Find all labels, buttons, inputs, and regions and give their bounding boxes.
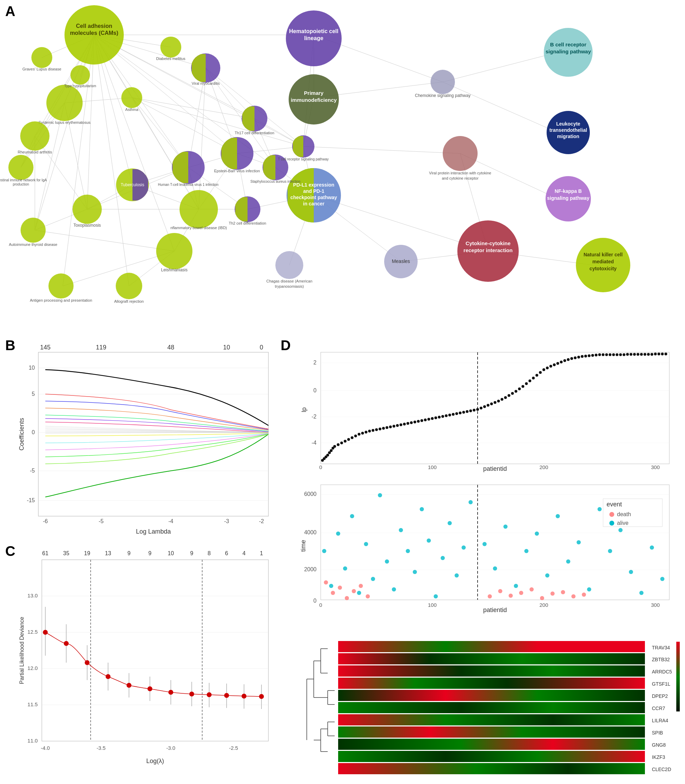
svg-rect-455 [338,678,645,689]
svg-point-343 [661,353,664,355]
svg-point-295 [493,401,497,404]
svg-point-316 [567,358,570,361]
node-viral-protein [443,136,477,171]
svg-rect-452 [338,641,645,652]
svg-point-303 [521,385,524,388]
svg-point-331 [619,353,622,356]
svg-text:trypanosomiasis): trypanosomiasis) [275,284,304,288]
svg-rect-226 [321,352,669,464]
svg-point-368 [336,532,340,536]
svg-text:100: 100 [428,464,437,470]
svg-point-261 [375,428,378,431]
svg-text:Viral protein interaction with: Viral protein interaction with cytokine [429,171,491,175]
svg-text:-3.0: -3.0 [166,745,175,751]
svg-point-251 [340,441,343,444]
network-graph: Cell adhesion molecules (CAMs) Hematopoi… [0,0,685,335]
svg-point-292 [483,405,486,408]
svg-rect-463 [676,642,680,711]
node-intestinal-immune [8,155,34,180]
svg-rect-460 [338,738,645,750]
svg-point-366 [322,549,326,553]
svg-point-338 [643,353,646,356]
svg-point-389 [331,591,335,595]
svg-text:NF-kappa B: NF-kappa B [555,188,582,194]
svg-point-418 [540,596,544,600]
svg-point-282 [448,414,451,416]
svg-rect-153 [38,352,268,516]
svg-text:10: 10 [168,550,174,556]
svg-text:signaling pathway: signaling pathway [547,195,589,201]
svg-point-395 [482,542,487,546]
svg-text:300: 300 [651,602,659,608]
svg-point-399 [524,549,529,553]
svg-text:0: 0 [319,464,322,470]
svg-point-266 [393,425,395,428]
svg-point-250 [337,443,339,446]
svg-point-329 [612,353,615,356]
svg-point-249 [333,445,336,448]
svg-point-334 [630,353,632,356]
svg-point-407 [608,549,612,553]
svg-point-328 [609,353,612,356]
svg-text:0: 0 [319,602,322,608]
svg-point-313 [556,362,559,365]
svg-text:patientid: patientid [483,607,507,613]
panel-b-chart: 145 119 48 10 0 10 5 0 -5 -15 -6 -5 -4 -… [18,342,275,537]
svg-text:Th2 cell differentiation: Th2 cell differentiation [229,221,266,225]
node-toxoplasmosis [73,195,102,224]
svg-point-283 [452,413,455,416]
svg-rect-461 [338,751,645,762]
svg-point-264 [386,426,388,429]
svg-text:lineage: lineage [304,35,323,41]
svg-point-409 [629,570,633,574]
svg-text:GNG8: GNG8 [652,742,666,748]
svg-text:13.0: 13.0 [28,592,37,599]
svg-rect-457 [338,702,645,713]
svg-point-387 [469,500,473,504]
svg-text:8: 8 [208,550,211,556]
svg-point-374 [378,493,382,497]
svg-point-311 [549,365,552,368]
svg-text:Epstein-Barr virus infection: Epstein-Barr virus infection [214,169,260,173]
svg-text:300: 300 [651,464,659,470]
svg-text:Toxoplasmosis: Toxoplasmosis [73,223,101,228]
svg-point-267 [396,424,399,427]
svg-point-300 [511,392,514,395]
svg-text:Log Lambda: Log Lambda [136,528,171,535]
svg-text:Tuberculosis: Tuberculosis [121,182,144,187]
svg-point-382 [433,594,438,599]
svg-text:6: 6 [225,550,228,556]
svg-point-386 [461,545,466,550]
svg-point-288 [469,410,472,412]
svg-point-285 [459,412,461,414]
node-chagas [275,251,303,279]
svg-text:lp: lp [300,407,307,412]
svg-text:200: 200 [539,464,548,470]
svg-text:100: 100 [428,602,437,608]
svg-point-299 [508,394,510,397]
svg-text:mediated: mediated [592,259,614,264]
svg-text:35: 35 [63,550,69,556]
svg-text:-6: -6 [43,518,48,524]
svg-text:ARRDC5: ARRDC5 [652,669,672,675]
svg-point-269 [403,423,406,426]
svg-point-330 [616,353,618,356]
svg-point-413 [488,594,492,599]
svg-point-414 [498,589,502,593]
svg-point-308 [539,371,542,374]
svg-text:Measles: Measles [392,259,410,264]
svg-point-289 [473,409,476,412]
svg-point-327 [605,353,608,356]
svg-point-278 [434,416,437,419]
svg-text:Viral myocarditis: Viral myocarditis [192,81,220,85]
svg-point-245 [326,454,329,457]
node-ibd [180,190,218,228]
svg-text:11.0: 11.0 [28,738,37,743]
svg-text:19: 19 [84,550,90,556]
svg-rect-462 [338,763,645,774]
svg-point-380 [420,507,424,511]
svg-text:TRAV34: TRAV34 [652,645,670,651]
panel-d-lp-scatter: 2 0 -2 -4 lp patientid 0 100 200 300 [300,345,680,474]
svg-point-265 [389,426,392,428]
svg-point-375 [385,560,389,564]
